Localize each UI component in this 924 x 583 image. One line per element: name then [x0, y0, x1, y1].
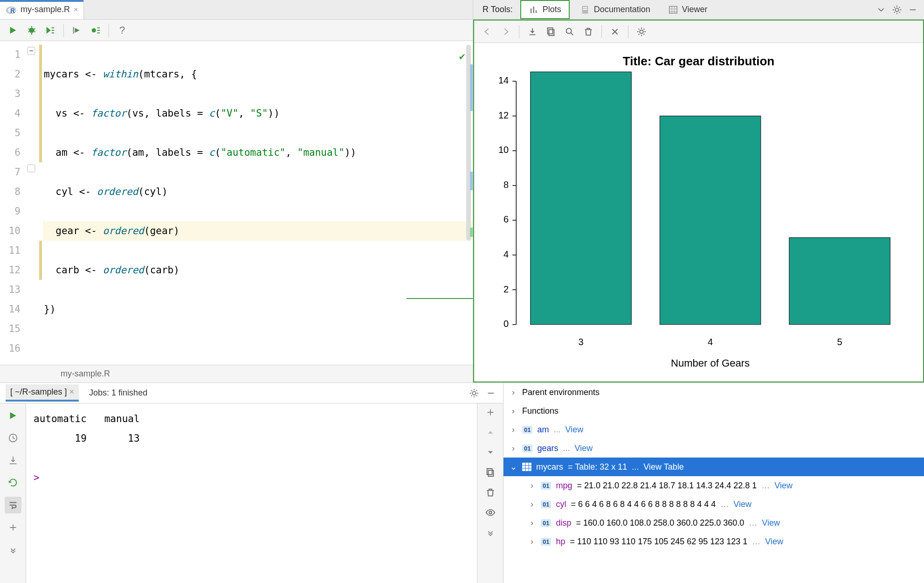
environment-tree[interactable]: ›Parent environments ›Functions ›01am...…	[503, 383, 924, 583]
copy-button[interactable]	[543, 23, 559, 40]
fold-end-icon[interactable]	[27, 164, 35, 173]
run-icon[interactable]	[5, 407, 21, 424]
minimize-icon[interactable]	[906, 3, 919, 16]
forward-button[interactable]	[497, 23, 514, 40]
divider	[109, 24, 109, 37]
svg-text:4: 4	[503, 249, 509, 259]
console-pane: [ ~/R-samples ] × Jobs: 1 finished autom…	[0, 383, 503, 583]
env-var-disp[interactable]: ›01disp= 160.0 160.0 108.0 258.0 360.0 2…	[503, 514, 924, 532]
svg-text:R: R	[10, 7, 15, 14]
overview-mark	[470, 64, 473, 111]
history-icon[interactable]	[5, 430, 21, 446]
env-var-cyl[interactable]: ›01cyl= 6 6 4 6 8 6 8 4 4 6 6 8 8 8 8 8 …	[503, 495, 924, 514]
debug-selection-button[interactable]	[87, 22, 104, 39]
help-button[interactable]: ?	[114, 22, 131, 39]
svg-point-12	[895, 8, 898, 11]
code-area[interactable]: mycars <- within(mtcars, { vs <- factor(…	[43, 41, 473, 365]
fold-strip	[25, 41, 38, 365]
export-button[interactable]	[524, 23, 541, 40]
line-gutter: 12345678910111213141516	[0, 41, 25, 365]
change-strip	[38, 41, 43, 365]
eye-icon[interactable]	[485, 507, 496, 519]
editor-body[interactable]: 12345678910111213141516 mycars <- within…	[0, 41, 473, 365]
svg-text:3: 3	[578, 337, 583, 347]
softwrap-icon[interactable]	[5, 497, 21, 514]
close-icon[interactable]: ×	[74, 6, 78, 14]
gear-icon[interactable]	[890, 3, 903, 16]
svg-point-16	[640, 30, 643, 33]
tab-documentation[interactable]: Documentation	[572, 0, 658, 19]
svg-text:Number of Gears: Number of Gears	[671, 357, 750, 369]
env-var-gears[interactable]: ›01gears...View	[503, 439, 924, 458]
editor-tab-label: my-sample.R	[21, 5, 70, 14]
rtools-pane: R Tools: Plots Documentation Viewer	[473, 0, 924, 382]
tab-viewer[interactable]: Viewer	[661, 0, 715, 19]
svg-text:Title: Car gear distribution: Title: Car gear distribution	[623, 54, 775, 68]
svg-rect-44	[488, 470, 493, 476]
overview-mark	[470, 228, 473, 237]
delete-button[interactable]	[580, 23, 597, 40]
fold-minus-icon[interactable]	[27, 47, 35, 55]
plot-toolbar	[474, 21, 923, 43]
import-icon[interactable]	[5, 452, 21, 469]
svg-text:4: 4	[708, 337, 713, 347]
plot-area: Title: Car gear distribution024681012143…	[474, 43, 923, 382]
more-icon[interactable]	[5, 541, 21, 558]
restart-icon[interactable]	[5, 474, 21, 491]
svg-text:8: 8	[503, 180, 509, 190]
svg-rect-45	[487, 469, 492, 475]
document-icon	[580, 5, 590, 15]
run-button[interactable]	[5, 22, 21, 39]
svg-text:0: 0	[503, 319, 509, 329]
svg-text:5: 5	[837, 337, 842, 347]
bar-chart: Title: Car gear distribution024681012143…	[474, 43, 923, 382]
env-functions[interactable]: ›Functions	[503, 402, 924, 420]
env-var-am[interactable]: ›01am...View	[503, 420, 924, 439]
svg-rect-14	[548, 28, 553, 34]
add-icon[interactable]	[5, 519, 21, 536]
env-var-mycars[interactable]: ⌄mycars= Table: 32 x 11...View Table	[503, 458, 924, 476]
svg-text:2: 2	[503, 284, 509, 294]
trash-icon[interactable]	[485, 487, 496, 499]
inspection-ok-icon[interactable]: ✔	[459, 47, 465, 66]
add-session-icon[interactable]	[485, 407, 496, 419]
tab-plots[interactable]: Plots	[520, 0, 570, 19]
scroll-down-icon[interactable]	[485, 447, 496, 459]
more-icon[interactable]	[485, 527, 496, 539]
svg-rect-6	[28, 165, 35, 172]
svg-rect-37	[660, 116, 760, 325]
svg-rect-35	[531, 72, 631, 325]
plot-frame: Title: Car gear distribution024681012143…	[473, 20, 924, 382]
zoom-button[interactable]	[561, 23, 578, 40]
rtools-tabbar: R Tools: Plots Documentation Viewer	[473, 0, 924, 20]
svg-rect-10	[583, 9, 587, 10]
env-parent-environments[interactable]: ›Parent environments	[503, 383, 924, 402]
console-tab-active[interactable]: [ ~/R-samples ] ×	[6, 384, 79, 402]
plot-settings-button[interactable]	[633, 23, 650, 40]
run-selection-button[interactable]	[42, 22, 59, 39]
scroll-up-icon[interactable]	[485, 427, 496, 439]
close-plot-button[interactable]	[607, 23, 623, 40]
console-output[interactable]: automatic manual 19 13 >	[26, 403, 477, 583]
copy-env-icon[interactable]	[485, 467, 496, 479]
svg-rect-11	[669, 6, 677, 13]
editor-tab-active[interactable]: R my-sample.R ×	[0, 0, 84, 19]
svg-point-15	[566, 28, 572, 33]
table-icon	[668, 5, 678, 15]
minimize-icon[interactable]	[484, 387, 497, 400]
bar-chart-icon	[529, 5, 539, 15]
env-var-hp[interactable]: ›01hp= 110 110 93 110 175 105 245 62 95 …	[503, 532, 924, 551]
table-icon	[522, 463, 531, 471]
run-cursor-button[interactable]	[69, 22, 85, 39]
svg-point-46	[489, 511, 492, 514]
back-button[interactable]	[479, 23, 496, 40]
console-tab-jobs[interactable]: Jobs: 1 finished	[83, 385, 154, 401]
env-var-mpg[interactable]: ›01mpg= 21.0 21.0 22.8 21.4 18.7 18.1 14…	[503, 476, 924, 495]
editor-toolbar: ?	[0, 20, 473, 41]
svg-point-4	[92, 28, 96, 32]
svg-text:6: 6	[503, 214, 509, 224]
chevron-down-icon[interactable]	[875, 3, 888, 16]
svg-text:12: 12	[498, 110, 509, 120]
debug-button[interactable]	[23, 22, 40, 39]
gear-icon[interactable]	[468, 387, 481, 400]
